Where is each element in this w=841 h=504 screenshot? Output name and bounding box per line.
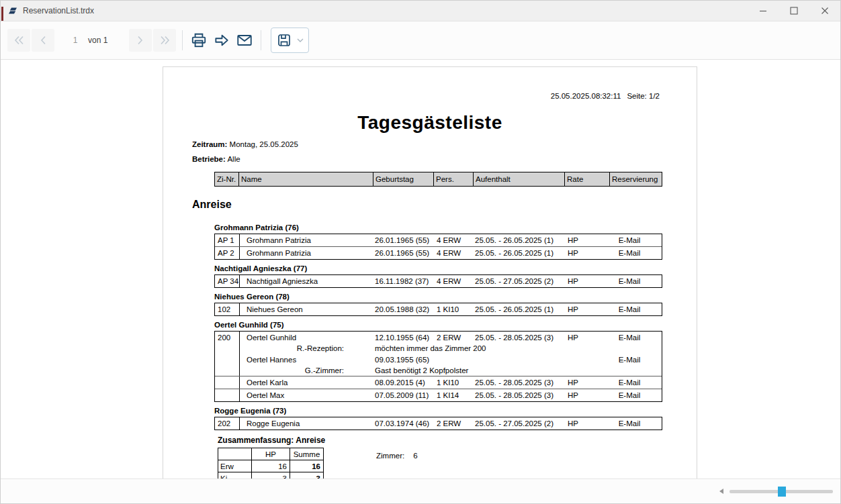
note-label: G.-Zimmer: — [255, 366, 344, 376]
cell-aufenthalt: 25.05. - 27.05.2025 (2) — [475, 417, 554, 430]
cell-name: Rogge Eugenia — [247, 417, 300, 430]
note-row: R.-Rezeption:möchten immer das Zimmer 20… — [215, 344, 662, 354]
table-row: AP 1Grohmann Patrizia26.01.1965 (55)4 ER… — [215, 234, 662, 247]
next-page-icon — [136, 36, 144, 45]
guest-group: Oertel Gunhild (75) 200Oertel Gunhild12.… — [214, 320, 662, 402]
print-icon — [190, 32, 208, 49]
cell-name: Grohmann Patrizia — [247, 234, 311, 246]
cell-aufenthalt: 25.05. - 26.05.2025 (1) — [475, 303, 554, 315]
section-title: Anreise — [192, 199, 232, 211]
last-page-icon — [159, 36, 171, 45]
cell-aufenthalt: 25.05. - 26.05.2025 (1) — [475, 234, 554, 246]
column-header: Name — [239, 172, 373, 186]
page-count-label: von 1 — [88, 36, 107, 45]
cell-geburtstag: 07.05.2009 (11) — [375, 389, 429, 401]
cell-geburtstag: 09.03.1955 (65) — [375, 354, 429, 366]
cell-geburtstag: 08.09.2015 (4) — [375, 376, 425, 389]
report-page-info: Seite: 1/2 — [627, 92, 660, 100]
cell-rate: HP — [568, 303, 578, 315]
zeitraum-line: Zeitraum: Montag, 25.05.2025 — [192, 140, 298, 148]
cell-reservierung: E-Mail — [601, 354, 658, 366]
cell-rate: HP — [568, 234, 578, 246]
export-arrow-icon — [213, 32, 230, 49]
cell-pers: 4 ERW — [437, 275, 461, 287]
last-page-button[interactable] — [153, 29, 176, 52]
print-button[interactable] — [187, 28, 210, 53]
summary-table: HP Summe Erw 16 16 Ki 3 3 — [218, 448, 324, 480]
note-row: G.-Zimmer:Gast benötigt 2 Kopfpolster — [215, 366, 662, 376]
summary-hp-value: 16 — [252, 460, 290, 472]
group-label: Oertel Gunhild (75) — [214, 320, 662, 332]
cell-zi-nr: 202 — [218, 417, 230, 430]
cell-rate: HP — [568, 389, 578, 401]
group-label: Nachtigall Agnieszka (77) — [214, 264, 662, 275]
cell-reservierung: E-Mail — [601, 332, 658, 344]
window-controls — [748, 1, 840, 21]
slider-left-arrow-icon[interactable] — [717, 489, 723, 494]
group-table: 202Rogge Eugenia07.03.1974 (46)2 ERW25.0… — [214, 417, 662, 430]
zoom-slider-thumb[interactable] — [778, 487, 786, 497]
minimize-icon — [759, 7, 767, 15]
cell-pers: 1 KI14 — [437, 389, 459, 401]
save-menu-button[interactable] — [297, 38, 304, 43]
column-header: Reservierung — [610, 172, 662, 186]
preview-pane: 25.05.2025.08:32:11Seite: 1/2 Tagesgäste… — [1, 60, 840, 480]
cell-geburtstag: 26.01.1965 (55) — [375, 247, 429, 259]
next-page-button[interactable] — [129, 29, 152, 52]
status-bar — [1, 478, 840, 503]
cell-zi-nr: AP 34 — [218, 275, 238, 287]
first-page-button[interactable] — [7, 29, 30, 52]
group-table: 200Oertel Gunhild12.10.1955 (64)2 ERW25.… — [214, 332, 662, 402]
cell-geburtstag: 07.03.1974 (46) — [375, 417, 429, 430]
minimize-button[interactable] — [748, 1, 779, 21]
close-button[interactable] — [809, 1, 840, 21]
cell-reservierung: E-Mail — [601, 417, 658, 430]
zimmer-label: Zimmer: — [376, 452, 404, 460]
report-header-line: 25.05.2025.08:32:11Seite: 1/2 — [551, 92, 660, 100]
zeitraum-label: Zeitraum: — [192, 140, 227, 148]
background-window-edge — [1, 7, 3, 21]
app-logo-icon — [8, 6, 17, 15]
cell-reservierung: E-Mail — [601, 389, 658, 401]
summary-row-label: Erw — [218, 460, 252, 472]
report-datetime: 25.05.2025.08:32:11 — [551, 92, 621, 100]
cell-name: Niehues Gereon — [247, 303, 303, 315]
export-button[interactable] — [210, 28, 233, 53]
cell-rate: HP — [568, 275, 578, 287]
cell-rate: HP — [568, 417, 578, 430]
app-window: ReservationList.trdx 1 von 1 — [0, 0, 841, 504]
report-page: 25.05.2025.08:32:11Seite: 1/2 Tagesgäste… — [163, 66, 697, 480]
toolbar: 1 von 1 — [1, 21, 840, 60]
cell-name: Grohmann Patrizia — [247, 247, 311, 259]
betriebe-value: Alle — [227, 155, 240, 163]
cell-name: Oertel Karla — [247, 376, 287, 389]
note-text: möchten immer das Zimmer 200 — [375, 344, 486, 354]
cell-pers: 1 KI10 — [437, 376, 459, 389]
save-split-button[interactable] — [271, 28, 309, 53]
zoom-slider[interactable] — [729, 490, 833, 493]
chevron-down-icon — [297, 38, 304, 43]
zimmer-line: Zimmer:6 — [376, 452, 418, 460]
group-label: Grohmann Patrizia (76) — [214, 223, 662, 234]
current-page-input[interactable]: 1 — [65, 36, 85, 45]
column-header: Aufenthalt — [474, 172, 565, 186]
cell-geburtstag: 12.10.1955 (64) — [375, 332, 429, 344]
guest-group: Niehues Gereon (78) 102Niehues Gereon20.… — [214, 292, 662, 316]
email-button[interactable] — [233, 28, 256, 53]
cell-pers: 1 KI10 — [437, 303, 459, 315]
zimmer-value: 6 — [413, 452, 417, 460]
cell-pers: 4 ERW — [437, 247, 461, 259]
cell-zi-nr: 102 — [218, 303, 230, 315]
summary-col-hp: HP — [252, 448, 290, 460]
cell-name: Oertel Max — [247, 389, 284, 401]
toolbar-separator — [261, 30, 261, 50]
cell-name: Nachtigall Agnieszka — [247, 275, 318, 287]
cell-rate: HP — [568, 376, 578, 389]
column-header: Rate — [565, 172, 610, 186]
cell-reservierung: E-Mail — [601, 376, 658, 389]
previous-page-button[interactable] — [32, 29, 54, 52]
summary-col-summe: Summe — [290, 448, 324, 460]
maximize-button[interactable] — [779, 1, 809, 21]
table-row: Oertel Max07.05.2009 (11)1 KI1425.05. - … — [215, 389, 662, 401]
cell-geburtstag: 26.01.1965 (55) — [375, 234, 429, 246]
